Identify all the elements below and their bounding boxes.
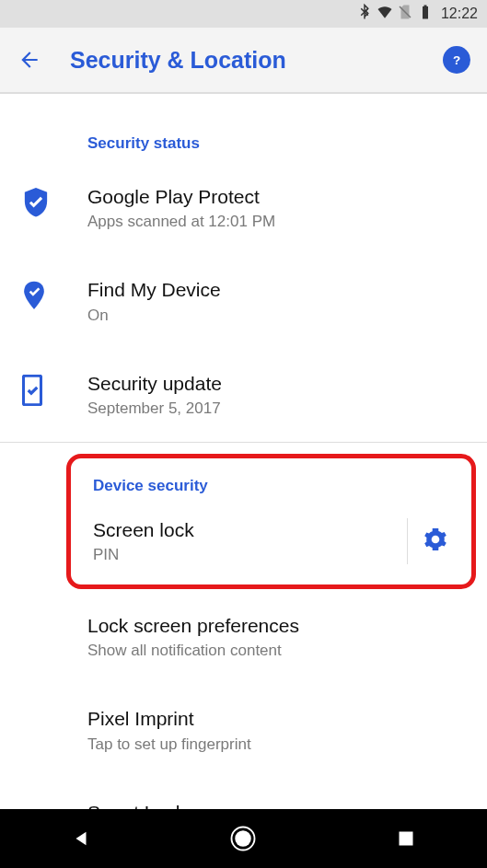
clock-text: 12:22 [441,6,478,22]
row-subtitle: PIN [93,546,407,564]
row-title: Security update [87,371,470,396]
row-title: Screen lock [93,517,407,542]
status-bar: 12:22 [0,0,487,28]
section-header-security-status: Security status [0,103,487,169]
row-lock-screen-preferences[interactable]: Lock screen preferences Show all notific… [0,589,487,675]
row-title: Pixel Imprint [87,706,470,731]
svg-rect-4 [399,832,412,846]
svg-text:?: ? [453,53,460,67]
row-subtitle: September 5, 2017 [87,399,470,418]
row-title: Lock screen preferences [87,613,470,638]
navigation-bar [0,809,487,868]
bluetooth-icon [356,4,373,24]
wifi-icon [377,4,393,24]
shield-check-icon [22,188,50,223]
nav-home-button[interactable] [225,820,261,857]
row-subtitle: Show all notification content [87,642,470,660]
nav-back-button[interactable] [63,820,99,857]
row-screen-lock[interactable]: Screen lock PIN [71,508,471,573]
nav-recent-button[interactable] [388,820,424,857]
row-pixel-imprint[interactable]: Pixel Imprint Tap to set up fingerprint [0,691,487,768]
page-title: Security & Location [70,47,443,74]
row-google-play-protect[interactable]: Google Play Protect Apps scanned at 12:0… [0,169,487,246]
section-header-device-security: Device security [71,458,471,508]
row-find-my-device[interactable]: Find My Device On [0,262,487,339]
row-subtitle: Apps scanned at 12:01 PM [87,213,470,231]
svg-point-3 [236,830,252,847]
content-scroll[interactable]: Security status Google Play Protect Apps… [0,94,487,839]
divider [0,442,487,443]
row-subtitle: On [87,307,470,325]
location-check-icon [22,281,46,316]
row-title: Find My Device [87,277,470,302]
back-button[interactable] [17,47,42,73]
app-bar: Security & Location ? [0,28,487,94]
row-subtitle: Tap to set up fingerprint [87,735,470,754]
row-security-update[interactable]: Security update September 5, 2017 [0,356,487,433]
no-sim-icon [397,4,413,24]
phone-check-icon [22,375,42,410]
help-button[interactable]: ? [443,46,470,74]
row-title: Google Play Protect [87,184,470,209]
screen-lock-settings-button[interactable] [407,518,462,564]
highlight-screen-lock: Device security Screen lock PIN [66,454,476,589]
battery-icon [417,4,434,24]
gear-icon [423,527,447,555]
